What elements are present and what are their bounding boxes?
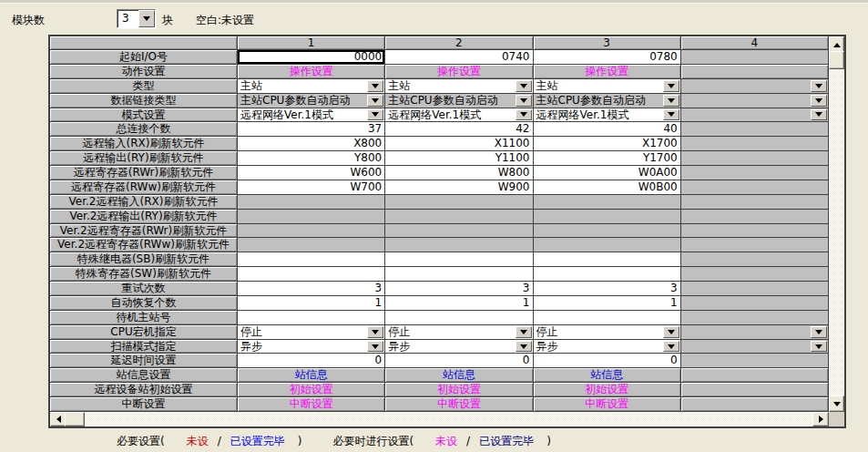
combo-cell[interactable]: 主站	[534, 79, 681, 94]
link-cell[interactable]: 操作设置	[238, 65, 385, 79]
dropdown-button[interactable]	[663, 80, 679, 92]
combo-cell[interactable]: 停止	[385, 325, 533, 340]
settings-link[interactable]: 初始设置	[290, 383, 333, 396]
dropdown-button[interactable]	[663, 326, 679, 338]
settings-link[interactable]: 初始设置	[585, 383, 628, 396]
settings-link[interactable]: 站信息	[590, 368, 623, 381]
dropdown-button[interactable]	[516, 326, 532, 338]
vertical-scrollbar[interactable]	[829, 36, 844, 412]
value-cell[interactable]: 40	[534, 122, 681, 137]
dropdown-button[interactable]	[516, 95, 532, 107]
dropdown-button[interactable]	[663, 109, 679, 121]
link-cell[interactable]: 初始设置	[534, 383, 681, 397]
link-cell[interactable]: 中断设置	[238, 397, 385, 412]
value-cell[interactable]: 37	[238, 122, 385, 137]
scroll-right-button[interactable]	[812, 412, 829, 426]
link-cell[interactable]: 初始设置	[385, 383, 533, 397]
value-cell[interactable]: W800	[385, 166, 533, 180]
value-cell[interactable]: W0A00	[534, 166, 681, 180]
link-cell[interactable]: 操作设置	[534, 65, 681, 79]
value-cell[interactable]: 42	[385, 122, 533, 137]
value-cell[interactable]	[385, 252, 533, 267]
dropdown-button[interactable]	[367, 341, 383, 353]
settings-link[interactable]: 初始设置	[437, 383, 481, 396]
settings-link[interactable]: 操作设置	[437, 65, 481, 77]
value-cell[interactable]	[534, 311, 681, 325]
value-cell[interactable]: 1	[238, 296, 385, 311]
value-cell[interactable]	[534, 252, 681, 267]
value-cell[interactable]	[238, 252, 385, 267]
combo-cell[interactable]: 异步	[534, 340, 681, 354]
combo-cell[interactable]: 异步	[238, 340, 385, 354]
link-cell[interactable]: 站信息	[534, 368, 681, 383]
value-cell[interactable]: 0780	[534, 50, 681, 65]
settings-link[interactable]: 操作设置	[290, 65, 333, 77]
value-cell[interactable]: W700	[238, 180, 385, 195]
dropdown-button[interactable]	[663, 95, 679, 107]
horizontal-scrollbar[interactable]	[50, 412, 829, 426]
dropdown-button[interactable]	[138, 10, 155, 27]
value-cell[interactable]: Y800	[238, 151, 385, 166]
combo-cell[interactable]: 主站	[385, 79, 533, 94]
dropdown-button[interactable]	[367, 95, 383, 107]
value-cell[interactable]: 0	[385, 354, 533, 368]
dropdown-button[interactable]	[811, 109, 827, 121]
dropdown-button[interactable]	[811, 341, 827, 353]
dropdown-button[interactable]	[663, 341, 679, 353]
value-cell[interactable]: 3	[534, 282, 681, 296]
combo-cell[interactable]: 主站CPU参数自动启动	[385, 94, 533, 108]
combo-cell[interactable]: 停止	[238, 325, 385, 340]
combo-cell[interactable]: 远程网络Ver.1模式	[238, 108, 385, 123]
horizontal-scrollbar-thumb[interactable]	[65, 412, 85, 426]
value-cell[interactable]: Y1100	[385, 151, 533, 166]
value-cell[interactable]	[385, 267, 533, 282]
module-count-combo[interactable]: 3	[117, 9, 156, 28]
combo-cell[interactable]: 主站	[238, 79, 385, 94]
settings-link[interactable]: 站信息	[295, 368, 328, 381]
value-cell[interactable]: 1	[385, 296, 533, 311]
combo-cell[interactable]: 主站CPU参数自动启动	[534, 94, 681, 108]
value-cell[interactable]: 3	[238, 282, 385, 296]
settings-link[interactable]: 操作设置	[585, 65, 628, 77]
value-cell[interactable]: 0740	[385, 50, 533, 65]
settings-link[interactable]: 中断设置	[290, 397, 333, 410]
value-cell[interactable]: 0000	[238, 50, 385, 65]
dropdown-button[interactable]	[811, 326, 827, 338]
dropdown-button[interactable]	[516, 341, 532, 353]
scroll-down-button[interactable]	[829, 396, 844, 412]
value-cell[interactable]	[238, 311, 385, 325]
dropdown-button[interactable]	[516, 109, 532, 121]
value-cell[interactable]	[534, 267, 681, 282]
dropdown-button[interactable]	[367, 80, 383, 92]
value-cell[interactable]: W0B00	[534, 180, 681, 195]
settings-link[interactable]: 中断设置	[585, 397, 628, 410]
value-cell[interactable]	[238, 267, 385, 282]
combo-cell[interactable]: 远程网络Ver.1模式	[385, 108, 533, 123]
value-cell[interactable]: W600	[238, 166, 385, 180]
value-cell[interactable]: Y1700	[534, 151, 681, 166]
value-cell[interactable]: X1100	[385, 137, 533, 151]
value-cell[interactable]: X800	[238, 137, 385, 151]
value-cell[interactable]: 3	[385, 282, 533, 296]
link-cell[interactable]: 中断设置	[385, 397, 533, 412]
dropdown-button[interactable]	[367, 326, 383, 338]
combo-cell[interactable]: 主站CPU参数自动启动	[238, 94, 385, 108]
combo-cell[interactable]: 远程网络Ver.1模式	[534, 108, 681, 123]
combo-cell[interactable]: 停止	[534, 325, 681, 340]
dropdown-button[interactable]	[811, 80, 827, 92]
link-cell[interactable]: 中断设置	[534, 397, 681, 412]
settings-link[interactable]: 站信息	[443, 368, 475, 381]
dropdown-button[interactable]	[516, 80, 532, 92]
vertical-scrollbar-thumb[interactable]	[829, 51, 844, 69]
link-cell[interactable]: 初始设置	[238, 383, 385, 397]
dropdown-button[interactable]	[811, 95, 827, 107]
dropdown-button[interactable]	[367, 109, 383, 121]
value-cell[interactable]: 1	[534, 296, 681, 311]
link-cell[interactable]: 操作设置	[385, 65, 533, 79]
value-cell[interactable]: W900	[385, 180, 533, 195]
link-cell[interactable]: 站信息	[238, 368, 385, 383]
value-cell[interactable]: X1700	[534, 137, 681, 151]
combo-cell[interactable]: 异步	[385, 340, 533, 354]
settings-link[interactable]: 中断设置	[437, 397, 481, 410]
value-cell[interactable]: 0	[238, 354, 385, 368]
